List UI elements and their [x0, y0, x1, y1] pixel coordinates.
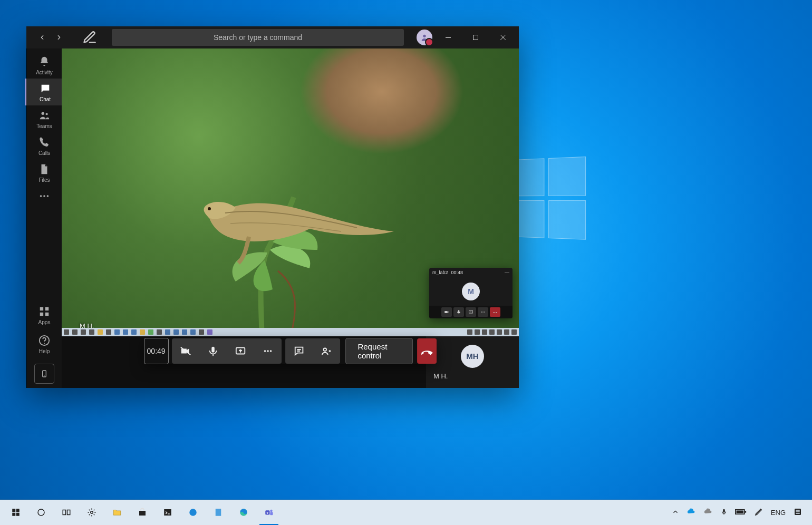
rail-more[interactable]	[27, 186, 62, 205]
pip-minimize-icon[interactable]: —	[505, 270, 509, 275]
svg-point-28	[264, 350, 266, 352]
maximize-button[interactable]	[464, 27, 487, 48]
rail-apps-label: Apps	[38, 319, 51, 325]
svg-rect-13	[45, 313, 49, 316]
teams-titlebar	[26, 26, 519, 48]
chat-panel-button[interactable]	[285, 338, 313, 364]
pip-more-button[interactable]	[478, 307, 488, 317]
pip-name: m_lab2	[432, 270, 448, 275]
more-actions-button[interactable]	[254, 338, 282, 364]
request-control-label: Request control	[357, 342, 401, 360]
svg-point-22	[482, 312, 484, 313]
svg-rect-39	[63, 510, 65, 515]
forward-button[interactable]	[52, 30, 66, 45]
svg-point-5	[42, 112, 45, 115]
tray-chevron-icon[interactable]	[672, 508, 679, 517]
rail-help-label: Help	[39, 348, 50, 354]
tray-mic-icon[interactable]	[720, 507, 728, 518]
app-rail: Activity Chat Teams Calls Files	[26, 48, 62, 388]
rail-apps[interactable]: Apps	[27, 302, 62, 328]
back-button[interactable]	[35, 30, 50, 45]
rail-files-label: Files	[38, 177, 50, 183]
svg-point-9	[47, 195, 49, 197]
rail-chat[interactable]: Chat	[25, 79, 63, 105]
rail-mobile-button[interactable]	[34, 364, 54, 384]
mic-toggle-button[interactable]	[199, 338, 227, 364]
taskbar-edge-legacy[interactable]	[180, 500, 206, 525]
svg-point-6	[45, 113, 47, 115]
svg-rect-2	[473, 35, 478, 40]
hang-up-button[interactable]	[417, 338, 437, 364]
rail-chat-label: Chat	[40, 96, 51, 102]
rail-teams[interactable]: Teams	[27, 105, 62, 132]
svg-rect-56	[796, 510, 800, 511]
rail-activity[interactable]: Activity	[27, 52, 62, 79]
taskbar-notes[interactable]	[206, 500, 231, 525]
svg-point-30	[269, 350, 272, 352]
participant-tile[interactable]: MH M H.	[426, 336, 519, 388]
tray-language[interactable]: ENG	[771, 509, 786, 517]
rail-calls-label: Calls	[38, 150, 50, 156]
svg-point-7	[40, 195, 42, 197]
camera-toggle-button[interactable]	[172, 338, 199, 364]
svg-rect-10	[40, 307, 43, 310]
svg-point-23	[484, 312, 485, 313]
request-control-button[interactable]: Request control	[345, 338, 413, 364]
rail-teams-label: Teams	[36, 123, 52, 129]
rail-help[interactable]: Help	[27, 330, 62, 357]
tray-weather-icon[interactable]	[703, 507, 713, 518]
task-view-button[interactable]	[54, 500, 79, 525]
shared-screen-subject	[130, 171, 404, 336]
svg-point-8	[43, 195, 45, 197]
tray-onedrive-icon[interactable]	[687, 507, 696, 518]
svg-rect-25	[211, 347, 215, 353]
svg-point-43	[189, 509, 197, 516]
svg-rect-58	[796, 513, 800, 514]
pip-share-button[interactable]	[466, 307, 476, 317]
taskbar-terminal[interactable]	[155, 500, 180, 525]
svg-rect-40	[67, 510, 70, 515]
svg-rect-34	[12, 509, 15, 512]
share-screen-button[interactable]	[227, 338, 254, 364]
taskbar-teams[interactable]: T	[256, 500, 282, 525]
tray-ink-icon[interactable]	[754, 507, 763, 518]
svg-point-17	[44, 375, 44, 376]
participant-name: M H.	[426, 372, 448, 380]
pip-mic-button[interactable]	[453, 307, 464, 317]
pip-header: m_lab2 00:48 —	[429, 268, 513, 277]
shared-screen[interactable]: M H. m_lab2 00:48 — M	[62, 48, 519, 336]
pip-camera-button[interactable]	[441, 307, 452, 317]
desktop: Activity Chat Teams Calls Files	[0, 0, 812, 525]
cortana-search-button[interactable]	[28, 500, 54, 525]
presence-busy-icon	[425, 38, 433, 46]
profile-avatar[interactable]	[417, 30, 432, 45]
rail-files[interactable]: Files	[27, 159, 62, 186]
svg-point-29	[267, 350, 269, 352]
rail-calls[interactable]: Calls	[27, 132, 62, 159]
svg-point-38	[38, 509, 44, 516]
minimize-button[interactable]	[437, 27, 460, 48]
taskbar-store[interactable]	[130, 500, 155, 525]
pip-window[interactable]: m_lab2 00:48 — M	[429, 268, 513, 318]
start-button[interactable]	[3, 500, 28, 525]
new-chat-button[interactable]	[82, 30, 97, 45]
taskbar-explorer[interactable]	[104, 500, 130, 525]
meeting-control-bar: 00:49	[144, 338, 437, 364]
close-button[interactable]	[491, 27, 515, 48]
svg-rect-37	[16, 513, 20, 516]
svg-point-41	[91, 511, 93, 514]
taskbar-settings[interactable]	[79, 500, 104, 525]
pip-controls	[429, 306, 513, 318]
meeting-timer: 00:49	[144, 338, 169, 364]
pip-hangup-button[interactable]	[490, 307, 500, 317]
tray-ime-icon[interactable]	[793, 507, 803, 518]
search-input[interactable]	[112, 29, 404, 46]
search-box[interactable]	[112, 29, 402, 46]
svg-rect-53	[736, 510, 743, 513]
tray-battery-icon[interactable]	[735, 508, 747, 517]
svg-point-18	[208, 207, 211, 210]
people-panel-button[interactable]	[313, 338, 340, 364]
svg-text:T: T	[266, 511, 269, 514]
taskbar-edge[interactable]	[231, 500, 256, 525]
participant-avatar: MH	[461, 345, 484, 368]
